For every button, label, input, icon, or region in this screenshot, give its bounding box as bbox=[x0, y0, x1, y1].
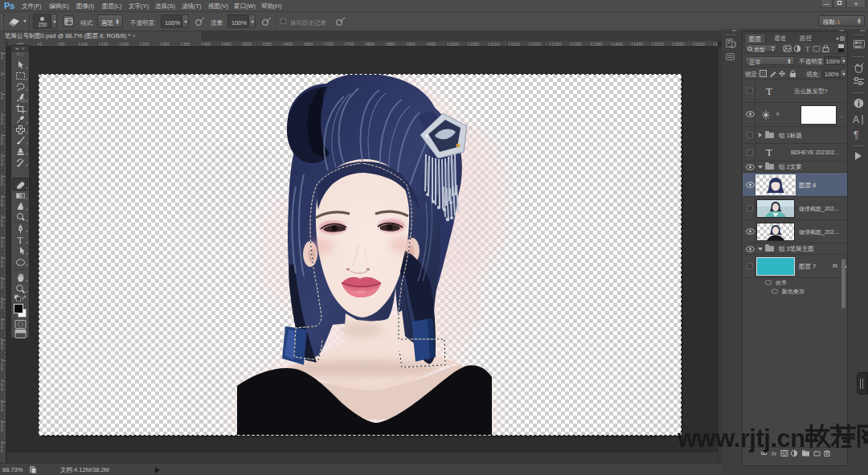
svg-text:200: 200 bbox=[121, 42, 129, 47]
svg-text:300: 300 bbox=[162, 42, 170, 47]
svg-text:850: 850 bbox=[387, 42, 395, 47]
svg-text:900: 900 bbox=[408, 42, 416, 47]
svg-text:1250: 1250 bbox=[551, 42, 561, 47]
svg-text:1450: 1450 bbox=[633, 42, 643, 47]
svg-text:T: T bbox=[18, 235, 24, 245]
svg-text:0: 0 bbox=[1, 141, 3, 145]
svg-text:0: 0 bbox=[1, 55, 3, 60]
svg-text:0: 0 bbox=[1, 72, 3, 76]
svg-text:800: 800 bbox=[367, 42, 375, 47]
svg-text:0: 0 bbox=[1, 162, 3, 166]
svg-text:350: 350 bbox=[182, 42, 190, 47]
svg-text:50: 50 bbox=[59, 42, 64, 47]
svg-text:500: 500 bbox=[244, 42, 252, 47]
svg-text:400: 400 bbox=[203, 42, 211, 47]
svg-text:0: 0 bbox=[1, 305, 3, 309]
svg-text:T: T bbox=[805, 45, 810, 52]
svg-text:1550: 1550 bbox=[674, 42, 684, 47]
svg-text:950: 950 bbox=[428, 42, 436, 47]
svg-text:0: 0 bbox=[1, 121, 3, 125]
svg-text:450: 450 bbox=[223, 42, 231, 47]
svg-text:650: 650 bbox=[305, 42, 313, 47]
svg-text:1350: 1350 bbox=[592, 42, 602, 47]
svg-text:150: 150 bbox=[100, 42, 108, 47]
svg-text:1200: 1200 bbox=[531, 42, 541, 47]
svg-text:0: 0 bbox=[1, 387, 3, 391]
svg-text:1100: 1100 bbox=[490, 42, 500, 47]
svg-text:1650: 1650 bbox=[715, 42, 718, 47]
svg-text:0: 0 bbox=[1, 223, 3, 227]
svg-text:A: A bbox=[853, 114, 859, 125]
svg-text:1300: 1300 bbox=[572, 42, 582, 47]
svg-text:1000: 1000 bbox=[449, 42, 459, 47]
svg-text:0: 0 bbox=[1, 96, 3, 100]
svg-text:1050: 1050 bbox=[469, 42, 479, 47]
svg-text:100: 100 bbox=[80, 42, 88, 47]
svg-text:750: 750 bbox=[346, 42, 354, 47]
svg-text:1400: 1400 bbox=[613, 42, 623, 47]
svg-text:¶: ¶ bbox=[854, 129, 858, 141]
svg-text:0: 0 bbox=[1, 203, 3, 207]
svg-text:0: 0 bbox=[1, 264, 3, 268]
svg-text:0: 0 bbox=[1, 346, 3, 350]
svg-text:0: 0 bbox=[1, 182, 3, 186]
svg-text:1500: 1500 bbox=[654, 42, 664, 47]
svg-text:0: 0 bbox=[1, 448, 3, 453]
svg-text:700: 700 bbox=[326, 42, 334, 47]
svg-text:600: 600 bbox=[285, 42, 293, 47]
svg-text:1150: 1150 bbox=[510, 42, 520, 47]
svg-text:1600: 1600 bbox=[695, 42, 705, 47]
svg-text:0: 0 bbox=[39, 42, 42, 47]
svg-text:0: 0 bbox=[1, 407, 3, 412]
svg-text:0: 0 bbox=[1, 285, 3, 289]
svg-text:0: 0 bbox=[1, 244, 3, 248]
svg-text:0: 0 bbox=[1, 366, 3, 371]
svg-text:0: 0 bbox=[1, 326, 3, 330]
svg-text:550: 550 bbox=[264, 42, 272, 47]
svg-text:0: 0 bbox=[1, 428, 3, 432]
svg-text:250: 250 bbox=[141, 42, 149, 47]
